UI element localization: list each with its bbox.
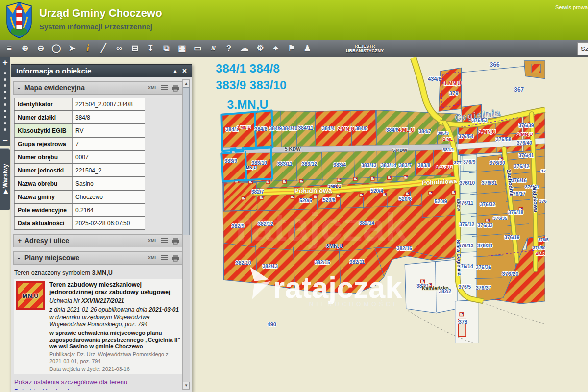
- cloud-icon[interactable]: ☁: [238, 42, 251, 55]
- measure-icon[interactable]: ╱: [97, 42, 110, 55]
- print-icon[interactable]: ⊟: [128, 42, 141, 55]
- map-label: 383/12: [302, 161, 318, 167]
- map-label: 384/8: [255, 126, 268, 132]
- layers-icon[interactable]: ≡: [3, 42, 16, 55]
- map-label: 376/39: [518, 123, 534, 128]
- settings-icon[interactable]: ⚙: [254, 42, 267, 55]
- flag-icon[interactable]: ⚑: [285, 42, 298, 55]
- slope-icon[interactable]: ///: [207, 42, 220, 55]
- plan-dates: z dnia 2021-01-26 opublikowana dnia 2021…: [49, 306, 181, 328]
- close-icon[interactable]: ×: [182, 65, 187, 77]
- map-label: 382/11: [350, 259, 365, 265]
- download-icon[interactable]: ↧: [144, 42, 157, 55]
- map-label: 376/19: [504, 235, 520, 240]
- zoom-in-icon[interactable]: ⊕: [19, 42, 31, 55]
- map-label: 376/18: [508, 210, 524, 215]
- list-icon[interactable]: [161, 85, 168, 91]
- chevron-right-icon: ▶: [2, 190, 9, 194]
- xml-icon[interactable]: XML: [148, 82, 157, 94]
- printer-icon[interactable]: [172, 255, 179, 262]
- urban-register-button[interactable]: REJESTR URBANISTYCZNY: [346, 44, 384, 53]
- xml-icon[interactable]: XML: [148, 235, 157, 247]
- attribute-value: 221504_2: [73, 164, 145, 177]
- map-label: 376/42: [514, 164, 530, 169]
- list-icon[interactable]: [161, 238, 168, 244]
- app-subtitle: System Informacji Przestrzennej: [39, 23, 152, 31]
- printer-icon[interactable]: [172, 85, 179, 92]
- map-label: 382/13: [263, 264, 278, 269]
- scrollbar-thumb[interactable]: [183, 87, 190, 235]
- attribute-table: Identyfikator221504_2.0007.384/8Numer dz…: [14, 98, 145, 230]
- map-label: 1.1538J: [436, 164, 453, 170]
- scroll-down-icon[interactable]: ▼: [183, 382, 190, 389]
- attribute-value: 384/8: [73, 111, 145, 124]
- zoom-slider-track[interactable]: [4, 68, 6, 135]
- map-label: 1.MN,U: [479, 129, 496, 135]
- watermark: ratajczak NIERUCHOMOŚCI: [250, 267, 402, 308]
- section-plany-miejscowe[interactable]: -Plany miejscowe XML: [13, 251, 183, 265]
- table-row: Numer działki384/8: [15, 111, 145, 124]
- copy-view-icon[interactable]: ⧉: [160, 42, 172, 55]
- map-label: 383/7: [399, 163, 412, 168]
- table-row: Pole ewidencyjne0.2164: [15, 203, 145, 217]
- map-label: 382/2: [439, 289, 451, 294]
- map-label: 378: [459, 319, 467, 325]
- map-label: 376/35: [493, 215, 508, 220]
- info-icon[interactable]: i: [81, 42, 94, 55]
- plan-symbol-line: Teren oznaczony symbolem 3.MN,U: [14, 270, 183, 276]
- comment-icon[interactable]: ▭: [191, 42, 204, 55]
- table-row: Grupa rejestrowa7: [15, 137, 145, 150]
- plan-link[interactable]: Pokaż treść uchwały: [14, 388, 183, 390]
- select-area-icon[interactable]: ◯: [50, 42, 63, 55]
- map-label: 376/20: [502, 271, 518, 277]
- person-icon[interactable]: ♟: [301, 42, 314, 55]
- collapse-icon[interactable]: ▴: [173, 65, 177, 77]
- help-icon[interactable]: ?: [222, 42, 235, 55]
- table-row: Identyfikator221504_2.0007.384/8: [15, 98, 145, 111]
- map-label: 382/15: [315, 260, 330, 265]
- map-label: 8.KDW: [456, 199, 461, 212]
- attribute-value: Sasino: [73, 177, 145, 190]
- pointer-icon[interactable]: ➤: [66, 42, 78, 55]
- search-button[interactable]: Szukaj: [577, 42, 588, 55]
- watermark-faint: ratajczak: [235, 204, 407, 249]
- zoom-out-icon[interactable]: ⊖: [34, 42, 47, 55]
- svg-text:NIERUCHOMOŚCI: NIERUCHOMOŚCI: [309, 300, 398, 308]
- table-row: Nazwa gminyChoczewo: [15, 190, 145, 203]
- section-mapa-ewidencyjna[interactable]: -Mapa ewidencyjna XML: [13, 81, 183, 95]
- printer-icon[interactable]: [172, 238, 179, 245]
- plan-publication: Publikacja: Dz. Urz. Województwa Pomorsk…: [49, 351, 181, 365]
- attribute-label: Grupa rejestrowa: [15, 137, 73, 150]
- search-location-icon[interactable]: ⌖: [270, 42, 282, 55]
- list-icon[interactable]: [161, 255, 168, 261]
- map-label: 5 KDW: [392, 147, 407, 153]
- link-icon[interactable]: ∞: [113, 42, 125, 55]
- panel-body: -Mapa ewidencyjna XML Identyfikator22150…: [13, 79, 183, 390]
- section-adresy-i-ulice[interactable]: +Adresy i ulice XML: [13, 234, 183, 247]
- map-label: 383/9 383/10: [216, 78, 287, 92]
- map-label: 384/7: [418, 129, 431, 134]
- coat-of-arms-logo: [6, 2, 32, 38]
- map-label: 376/32: [480, 202, 496, 207]
- map-label: 3.MN,U: [237, 125, 251, 130]
- map-label: 376/50: [533, 245, 545, 250]
- xml-icon[interactable]: XML: [148, 252, 157, 264]
- panel-titlebar[interactable]: Informacja o obiekcie ▴ ×: [11, 65, 192, 77]
- grid-icon[interactable]: ▦: [175, 42, 188, 55]
- map-label: 383/9: [224, 158, 237, 164]
- zoom-out-button[interactable]: −: [2, 135, 8, 146]
- scroll-up-icon[interactable]: ▲: [183, 80, 190, 87]
- zoom-in-button[interactable]: +: [2, 57, 8, 68]
- map-label: 383/8: [418, 163, 431, 168]
- layers-tab[interactable]: ▶ Warstwy: [0, 148, 10, 210]
- map-label: 376/40: [517, 140, 533, 146]
- panel-scrollbar[interactable]: ▲ ▼: [182, 79, 190, 390]
- map-label: 520/6: [323, 197, 336, 203]
- map-label: 4.ML,U: [398, 127, 415, 133]
- map-label: 385/3: [437, 130, 448, 136]
- plan-link[interactable]: Pokaż ustalenia szczegółowe dla terenu: [14, 378, 183, 386]
- map-label: 434/8: [428, 76, 441, 82]
- table-row: Numer jednostki221504_2: [15, 164, 145, 177]
- map-label: 2.MN,U: [338, 126, 355, 132]
- map-label: 383/14: [381, 163, 396, 168]
